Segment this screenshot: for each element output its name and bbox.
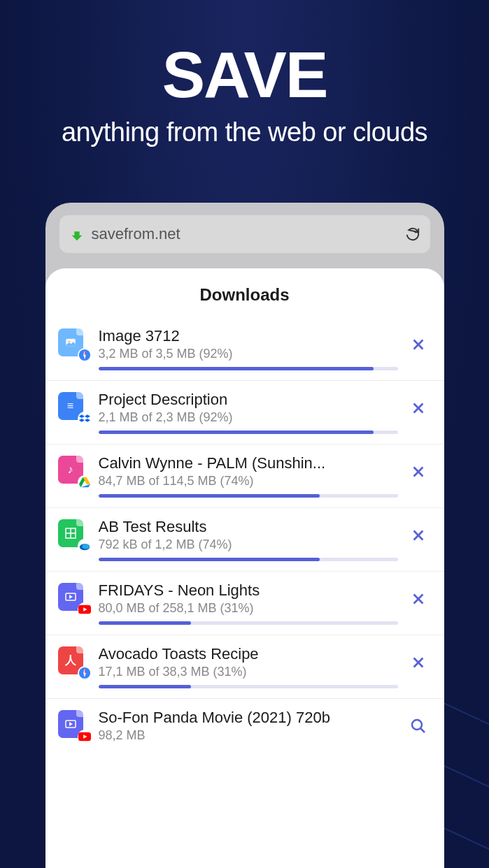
download-title: So-Fon Panda Movie (2021) 720b — [99, 709, 398, 727]
cancel-button[interactable] — [408, 398, 429, 419]
reload-icon[interactable] — [405, 226, 420, 242]
file-icon — [58, 710, 89, 741]
downloads-panel: Downloads Image 3712 3,2 MB of 3,5 MB (9… — [45, 268, 444, 868]
download-status: 17,1 MB of 38,3 MB (31%) — [99, 665, 398, 679]
download-title: FRIDAYS - Neon Lights — [99, 581, 398, 600]
download-row[interactable]: ♪ Calvin Wynne - PALM (Sunshin... 84,7 M… — [45, 444, 444, 508]
search-button[interactable] — [408, 716, 429, 737]
download-row[interactable]: So-Fon Panda Movie (2021) 720b 98,2 MB — [45, 699, 444, 753]
download-row[interactable]: Image 3712 3,2 MB of 3,5 MB (92%) — [45, 317, 444, 381]
address-bar[interactable]: savefrom.net — [59, 215, 430, 253]
download-status: 3,2 MB of 3,5 MB (92%) — [99, 347, 398, 361]
cancel-button[interactable] — [408, 525, 429, 546]
file-icon: 人 — [58, 646, 89, 677]
hero-section: SAVE anything from the web or clouds — [0, 0, 489, 147]
progress-bar — [99, 431, 398, 434]
source-badge-icon — [78, 730, 92, 744]
source-badge-icon — [78, 348, 92, 362]
download-row[interactable]: FRIDAYS - Neon Lights 80,0 MB of 258,1 M… — [45, 572, 444, 635]
download-title: Avocado Toasts Recipe — [99, 645, 398, 663]
panel-title: Downloads — [45, 285, 444, 305]
cancel-button[interactable] — [408, 461, 429, 482]
download-status: 80,0 MB of 258,1 MB (31%) — [99, 601, 398, 616]
download-status: 792 kB of 1,2 MB (74%) — [99, 537, 398, 552]
cancel-icon[interactable] — [411, 655, 426, 670]
svg-line-26 — [420, 728, 425, 732]
svg-point-1 — [68, 340, 70, 342]
file-icon — [58, 583, 89, 614]
progress-bar — [99, 621, 398, 625]
file-icon — [58, 519, 89, 550]
search-icon[interactable] — [410, 718, 427, 735]
progress-bar — [99, 558, 398, 561]
file-icon: ♪ — [58, 456, 89, 486]
cancel-button[interactable] — [408, 652, 429, 673]
svg-point-25 — [412, 720, 422, 730]
download-status: 98,2 MB — [99, 728, 398, 743]
download-row[interactable]: 人 Avocado Toasts Recipe 17,1 MB of 38,3 … — [45, 635, 444, 699]
cancel-button[interactable] — [408, 334, 429, 355]
file-icon: ≡ — [58, 392, 89, 423]
downloads-list: Image 3712 3,2 MB of 3,5 MB (92%) ≡ Proj… — [45, 317, 444, 753]
cancel-icon[interactable] — [411, 337, 426, 352]
cancel-icon[interactable] — [411, 528, 426, 543]
file-icon — [58, 328, 89, 359]
cancel-icon[interactable] — [411, 591, 426, 607]
download-arrow-icon — [69, 226, 85, 242]
source-badge-icon — [78, 412, 92, 426]
phone-mockup: savefrom.net Downloads Image 3712 3,2 MB… — [45, 203, 444, 868]
download-status: 84,7 MB of 114,5 MB (74%) — [99, 474, 398, 489]
svg-point-13 — [82, 544, 90, 549]
download-title: Project Description — [99, 391, 398, 409]
download-row[interactable]: ≡ Project Description 2,1 MB of 2,3 MB (… — [45, 381, 444, 444]
hero-subtitle: anything from the web or clouds — [0, 117, 489, 147]
progress-bar — [99, 494, 398, 498]
progress-bar — [99, 367, 398, 370]
progress-bar — [99, 685, 398, 688]
download-title: AB Test Results — [99, 518, 398, 536]
source-badge-icon — [78, 475, 92, 489]
cancel-icon[interactable] — [411, 400, 426, 416]
source-badge-icon — [78, 602, 92, 616]
hero-title: SAVE — [0, 38, 489, 112]
download-title: Calvin Wynne - PALM (Sunshin... — [99, 454, 398, 472]
cancel-icon[interactable] — [411, 464, 426, 479]
download-status: 2,1 MB of 2,3 MB (92%) — [99, 410, 398, 425]
url-text: savefrom.net — [92, 225, 398, 243]
source-badge-icon — [78, 539, 92, 553]
download-row[interactable]: AB Test Results 792 kB of 1,2 MB (74%) — [45, 508, 444, 572]
cancel-button[interactable] — [408, 588, 429, 609]
source-badge-icon — [78, 666, 92, 680]
download-title: Image 3712 — [99, 327, 398, 345]
